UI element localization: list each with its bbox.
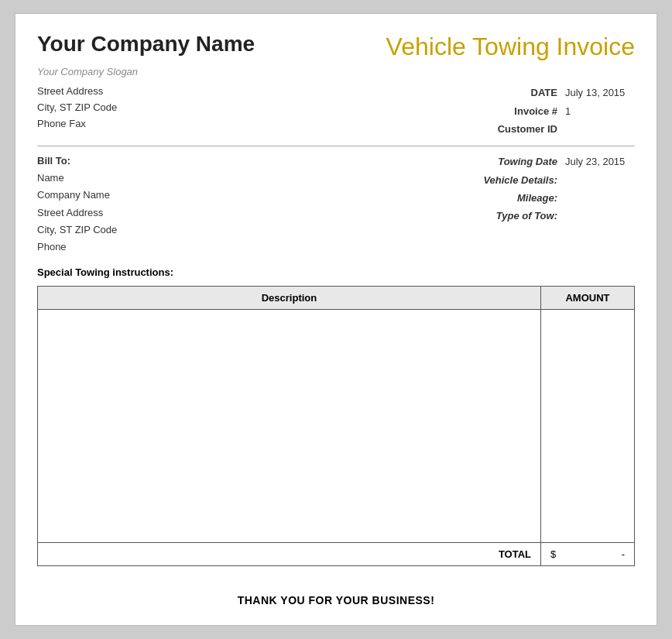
instructions-section: Special Towing instructions:: [37, 266, 635, 278]
amount-header: AMOUNT: [541, 287, 634, 309]
invoice-table: Description AMOUNT TOTAL $ -: [37, 286, 635, 566]
date-value: July 13, 2015: [565, 84, 635, 101]
bill-to-city: City, ST ZIP Code: [37, 222, 117, 239]
invoice-meta: DATE July 13, 2015 Invoice # 1 Customer …: [488, 84, 635, 138]
towing-info: Towing Date July 23, 2015 Vehicle Detail…: [472, 153, 635, 256]
mileage-label: Mileage:: [472, 189, 557, 207]
tow-type-row: Type of Tow:: [472, 207, 635, 225]
towing-date-value: July 23, 2015: [565, 153, 635, 170]
tow-type-value: [565, 207, 635, 225]
description-header: Description: [38, 287, 541, 309]
top-info-section: Street Address City, ST ZIP Code Phone F…: [37, 84, 635, 138]
table-header: Description AMOUNT: [38, 287, 634, 310]
body-description-col: [38, 310, 541, 542]
header-section: Your Company Name Vehicle Towing Invoice: [37, 33, 635, 61]
invoice-number-value: 1: [565, 102, 635, 120]
invoice-number-label: Invoice #: [488, 102, 557, 120]
divider-1: [37, 146, 635, 146]
bill-to-company: Company Name: [37, 187, 117, 204]
table-body: [38, 310, 634, 542]
vehicle-details-value: [565, 171, 635, 189]
date-row: DATE July 13, 2015: [488, 84, 635, 101]
invoice-title: Vehicle Towing Invoice: [386, 33, 635, 61]
bill-to-phone: Phone: [37, 239, 117, 256]
company-name: Your Company Name: [37, 33, 255, 57]
bill-section: Bill To: Name Company Name Street Addres…: [37, 153, 635, 256]
vehicle-details-label: Vehicle Details:: [472, 171, 557, 189]
phone-fax: Phone Fax: [37, 116, 117, 132]
body-amount-col: [541, 310, 634, 542]
towing-date-row: Towing Date July 23, 2015: [472, 153, 635, 170]
total-value-cell: $ -: [541, 543, 634, 565]
invoice-number-row: Invoice # 1: [488, 102, 635, 120]
street-address: Street Address: [37, 84, 117, 100]
company-address: Street Address City, ST ZIP Code Phone F…: [37, 84, 117, 138]
customer-id-label: Customer ID: [488, 120, 557, 138]
vehicle-details-row: Vehicle Details:: [472, 171, 635, 189]
bill-to-street: Street Address: [37, 204, 117, 222]
date-label: DATE: [488, 84, 557, 101]
total-value: -: [622, 548, 625, 560]
mileage-row: Mileage:: [472, 189, 635, 207]
tow-type-label: Type of Tow:: [472, 207, 557, 225]
thank-you-text: THANK YOU FOR YOUR BUSINESS!: [238, 594, 435, 606]
customer-id-value: [565, 120, 635, 138]
thank-you-section: THANK YOU FOR YOUR BUSINESS!: [37, 594, 635, 606]
total-currency: $: [550, 548, 556, 560]
bill-to-name: Name: [37, 170, 117, 187]
bill-to: Bill To: Name Company Name Street Addres…: [37, 153, 117, 256]
towing-date-label: Towing Date: [472, 153, 557, 170]
company-slogan: Your Company Slogan: [37, 66, 635, 77]
bill-to-title: Bill To:: [37, 153, 117, 170]
instructions-label: Special Towing instructions:: [37, 266, 173, 278]
invoice-container: Your Company Name Vehicle Towing Invoice…: [15, 13, 657, 626]
customer-id-row: Customer ID: [488, 120, 635, 138]
total-label: TOTAL: [38, 543, 541, 565]
city-state-zip: City, ST ZIP Code: [37, 100, 117, 116]
table-footer: TOTAL $ -: [38, 542, 634, 565]
mileage-value: [565, 189, 635, 207]
